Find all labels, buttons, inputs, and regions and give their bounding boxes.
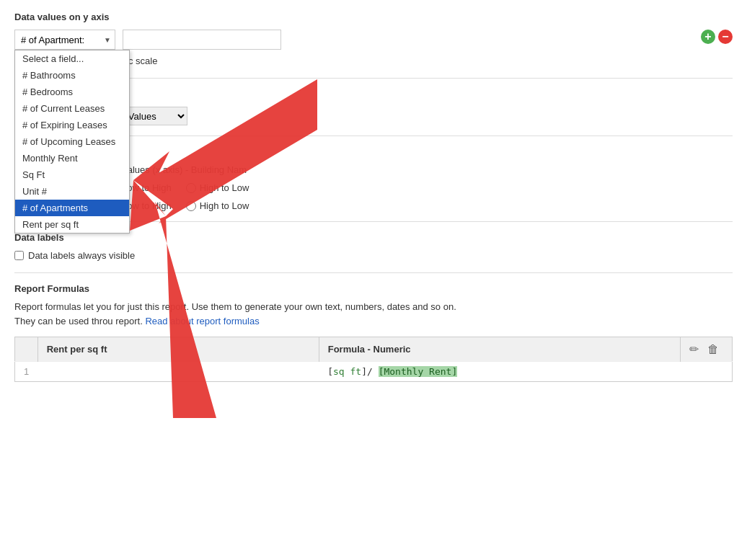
dropdown-item-monthly-rent[interactable]: Monthly Rent bbox=[15, 150, 129, 166]
formulas-col-actions: ✏ 🗑 bbox=[681, 337, 733, 362]
field-select-wrapper: # of Apartment: ▼ Select a field... # Ba… bbox=[14, 30, 115, 50]
desc-mid: for just this report. Use them to genera… bbox=[114, 301, 456, 312]
formula-header-actions: ✏ 🗑 bbox=[689, 342, 723, 356]
formulas-col-num bbox=[15, 337, 38, 362]
formula-row-num: 1 bbox=[15, 362, 38, 382]
code-op-divide: / bbox=[367, 366, 379, 377]
code-bracket-close: ] bbox=[361, 366, 367, 377]
field-dropdown-menu: Select a field... # Bathrooms # Bedrooms… bbox=[14, 50, 130, 234]
remove-series-button[interactable]: − bbox=[718, 30, 733, 44]
code-field-sqft: sq ft bbox=[333, 366, 361, 377]
series-dir-high-low-radio[interactable] bbox=[186, 201, 196, 211]
axis-label-input[interactable] bbox=[123, 30, 281, 50]
desc-line2: They can be used throu bbox=[14, 316, 113, 326]
series-dir-high-low-label: High to Low bbox=[200, 200, 249, 211]
formula-row-1: 1 [sq ft]/ [Monthly Rent] bbox=[15, 362, 733, 382]
formulas-table-head: Rent per sq ft Formula - Numeric ✏ 🗑 bbox=[15, 337, 733, 362]
formula-row-code: [sq ft]/ [Monthly Rent] bbox=[319, 362, 732, 382]
report-formulas-title: Report Formulas bbox=[14, 283, 733, 294]
formulas-col-name: Rent per sq ft bbox=[37, 337, 319, 362]
sort-by-values-label: Values (x axis) - Building Nam bbox=[122, 164, 247, 175]
data-labels-checkbox[interactable] bbox=[14, 251, 24, 260]
formula-row-name bbox=[37, 362, 319, 382]
code-bracket-open: [ bbox=[327, 366, 333, 377]
dropdown-item-upcoming-leases[interactable]: # of Upcoming Leases bbox=[15, 133, 129, 150]
dropdown-item-apartments[interactable]: # of Apartments bbox=[15, 200, 129, 216]
data-labels-checkbox-row: Data labels always visible bbox=[14, 250, 733, 261]
direction-high-low-radio[interactable] bbox=[186, 183, 196, 193]
formulas-table-header-row: Rent per sq ft Formula - Numeric ✏ 🗑 bbox=[15, 337, 733, 362]
dropdown-item-rent-per-sqft[interactable]: Rent per sq ft bbox=[15, 216, 129, 233]
direction-high-low-label: High to Low bbox=[200, 182, 249, 193]
read-about-link[interactable]: Read about report formulas bbox=[145, 316, 259, 326]
formula-code: [sq ft]/ [Monthly Rent] bbox=[327, 366, 457, 377]
field-select-value: # of Apartment: bbox=[21, 35, 84, 45]
formulas-table: Rent per sq ft Formula - Numeric ✏ 🗑 1 bbox=[14, 337, 733, 382]
field-select-button[interactable]: # of Apartment: ▼ bbox=[14, 30, 115, 50]
formulas-table-body: 1 [sq ft]/ [Monthly Rent] bbox=[15, 362, 733, 382]
divider-4 bbox=[14, 272, 733, 273]
y-axis-section-title: Data values on y axis bbox=[14, 12, 733, 22]
dropdown-item-sqft[interactable]: Sq Ft bbox=[15, 166, 129, 183]
desc-line1: Report formulas let you bbox=[14, 301, 111, 312]
dropdown-item-expiring-leases[interactable]: # of Expiring Leases bbox=[15, 117, 129, 133]
delete-formula-button[interactable]: 🗑 bbox=[707, 342, 719, 356]
data-labels-section: Data labels Data labels always visible bbox=[14, 232, 733, 261]
direction-high-low[interactable]: High to Low bbox=[186, 182, 249, 193]
add-series-button[interactable]: + bbox=[701, 30, 715, 44]
formulas-col-formula: Formula - Numeric bbox=[319, 337, 680, 362]
y-axis-row: # of Apartment: ▼ Select a field... # Ba… bbox=[14, 30, 733, 50]
dropdown-item-current-leases[interactable]: # of Current Leases bbox=[15, 100, 129, 117]
data-labels-title: Data labels bbox=[14, 232, 733, 243]
dropdown-item-bathrooms[interactable]: # Bathrooms bbox=[15, 67, 129, 84]
report-formulas-section: Report Formulas Report formulas let you … bbox=[14, 283, 733, 382]
edit-formula-button[interactable]: ✏ bbox=[689, 342, 699, 356]
dropdown-item-bedrooms[interactable]: # Bedrooms bbox=[15, 84, 129, 100]
dropdown-item-select[interactable]: Select a field... bbox=[15, 50, 129, 67]
series-dir-high-low[interactable]: High to Low bbox=[186, 200, 249, 211]
desc-report: report. bbox=[115, 316, 145, 326]
dropdown-arrow-icon: ▼ bbox=[104, 36, 111, 44]
report-formulas-desc: Report formulas let you for just this re… bbox=[14, 300, 733, 328]
code-highlight-monthly: [Monthly Rent] bbox=[379, 366, 458, 377]
data-labels-checkbox-label: Data labels always visible bbox=[28, 250, 135, 261]
add-remove-buttons: + − bbox=[701, 30, 733, 44]
dropdown-item-unit[interactable]: Unit # bbox=[15, 183, 129, 200]
